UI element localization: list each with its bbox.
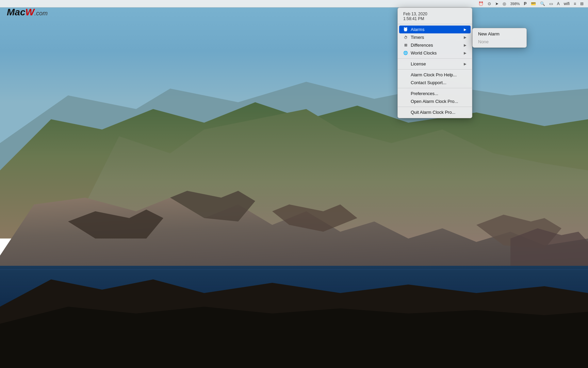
- display-icon[interactable]: ▭: [548, 1, 554, 6]
- clock-menubar-icon[interactable]: ⏰: [477, 1, 485, 6]
- menubar: ⏰ ⊙ ➤ ◎ 398% P 💳 🔍 ▭ A wifi ≡ ⊞: [0, 0, 588, 7]
- submenu-none: None: [473, 38, 526, 46]
- menu-item-open[interactable]: Open Alarm Clock Pro...: [398, 97, 472, 105]
- svg-rect-15: [0, 276, 588, 276]
- help-icon: [403, 73, 408, 77]
- logo: MacW.com: [7, 7, 48, 18]
- contact-label: Contact Support...: [411, 80, 467, 85]
- payment-icon[interactable]: 💳: [530, 1, 537, 6]
- dropdown-container: Feb 13, 2020 1:58:41 PM Alarms ▶ Timers …: [397, 7, 472, 118]
- alarm-icon: [403, 27, 408, 32]
- quit-icon: [403, 110, 408, 115]
- license-label: License: [411, 61, 461, 66]
- differences-icon: [403, 43, 408, 48]
- svg-rect-14: [0, 269, 588, 270]
- timer-icon: [403, 35, 408, 40]
- target-icon[interactable]: ◎: [502, 1, 507, 6]
- world-clocks-icon: [403, 51, 408, 56]
- open-icon: [403, 99, 408, 104]
- svg-marker-18: [0, 307, 588, 368]
- submenu-new-alarm[interactable]: New Alarm: [473, 30, 526, 38]
- menu-item-help[interactable]: Alarm Clock Pro Help...: [398, 71, 472, 79]
- menu-date: Feb 13, 2020: [403, 12, 467, 16]
- extra1-icon[interactable]: ≡: [573, 1, 577, 6]
- separator-3: [398, 88, 472, 88]
- menu-item-license[interactable]: License ▶: [398, 60, 472, 68]
- alarms-label: Alarms: [411, 27, 461, 32]
- alarms-arrow: ▶: [464, 28, 467, 31]
- quit-label: Quit Alarm Clock Pro...: [411, 110, 467, 115]
- logo-mac: Mac: [7, 7, 25, 17]
- logo-w: W: [25, 7, 34, 17]
- world-clocks-arrow: ▶: [464, 51, 467, 55]
- battery-text: 398%: [509, 2, 521, 6]
- contact-icon: [403, 80, 408, 85]
- alarms-submenu: New Alarm None: [472, 28, 527, 48]
- differences-arrow: ▶: [464, 43, 467, 47]
- menu-item-contact[interactable]: Contact Support...: [398, 79, 472, 87]
- search-icon[interactable]: 🔍: [539, 1, 546, 6]
- license-arrow: ▶: [464, 62, 467, 66]
- menu-item-timers[interactable]: Timers ▶: [398, 33, 472, 41]
- wifi-icon[interactable]: wifi: [563, 1, 571, 6]
- menu-item-world-clocks[interactable]: World Clocks ▶: [398, 49, 472, 57]
- appstore-icon[interactable]: A: [556, 1, 561, 6]
- menubar-icons: ⏰ ⊙ ➤ ◎ 398% P 💳 🔍 ▭ A wifi ≡ ⊞: [477, 1, 585, 6]
- main-menu: Feb 13, 2020 1:58:41 PM Alarms ▶ Timers …: [397, 7, 472, 118]
- world-clocks-label: World Clocks: [411, 50, 461, 56]
- menu-item-preferences[interactable]: Preferences...: [398, 90, 472, 97]
- extra2-icon[interactable]: ⊞: [579, 1, 585, 6]
- open-label: Open Alarm Clock Pro...: [411, 99, 467, 104]
- preferences-icon: [403, 91, 408, 96]
- screen-record-icon[interactable]: ⊙: [487, 1, 492, 6]
- differences-label: Differences: [411, 43, 461, 48]
- separator-1: [398, 58, 472, 59]
- preferences-label: Preferences...: [411, 91, 467, 96]
- location-icon[interactable]: ➤: [494, 1, 500, 6]
- menu-item-alarms[interactable]: Alarms ▶: [399, 26, 471, 33]
- separator-4: [398, 107, 472, 107]
- help-label: Alarm Clock Pro Help...: [411, 72, 467, 77]
- date-time-section: Feb 13, 2020 1:58:41 PM: [398, 10, 472, 24]
- menu-time: 1:58:41 PM: [403, 16, 467, 21]
- separator-2: [398, 69, 472, 70]
- timers-arrow: ▶: [464, 35, 467, 39]
- p-icon[interactable]: P: [523, 1, 528, 6]
- timers-label: Timers: [411, 35, 461, 40]
- license-icon: [403, 62, 408, 66]
- menu-item-quit[interactable]: Quit Alarm Clock Pro...: [398, 108, 472, 116]
- menu-item-differences[interactable]: Differences ▶: [398, 41, 472, 49]
- logo-dotcom: .com: [34, 10, 48, 17]
